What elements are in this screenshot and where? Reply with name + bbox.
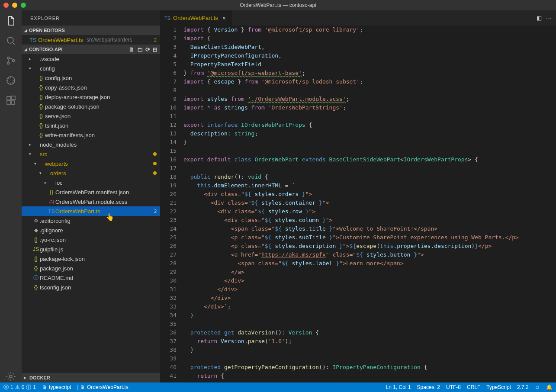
modified-dot-icon bbox=[153, 162, 157, 165]
problems-group[interactable]: ⓧ1 ⚠0 ⓘ1 bbox=[3, 384, 36, 391]
minimize-window-icon[interactable] bbox=[12, 3, 17, 8]
bell-icon[interactable]: 🔔 bbox=[546, 384, 553, 390]
maximize-window-icon[interactable] bbox=[21, 3, 26, 8]
feedback-icon[interactable]: ☺ bbox=[535, 384, 540, 390]
new-folder-icon[interactable]: 🗀 bbox=[137, 46, 143, 53]
folder-webparts[interactable]: ▾webparts bbox=[22, 159, 160, 168]
tree-label: package-lock.json bbox=[40, 256, 157, 262]
warning-icon: ⚠ bbox=[15, 384, 20, 390]
open-editors-section[interactable]: ◢OPEN EDITORS bbox=[22, 26, 160, 35]
svg-rect-5 bbox=[7, 96, 10, 100]
tree-label: src bbox=[40, 151, 153, 157]
json-icon: {} bbox=[32, 265, 40, 271]
info-icon: ⓘ bbox=[26, 384, 31, 391]
tab-name: OrdersWebPart.ts bbox=[173, 15, 218, 21]
code-area[interactable]: 1234567891011121314151617181920212223242… bbox=[160, 26, 556, 382]
more-icon[interactable]: ⋯ bbox=[546, 15, 552, 21]
encoding-status[interactable]: UTF-8 bbox=[446, 384, 461, 390]
tree-label: loc bbox=[55, 180, 157, 186]
scm-icon[interactable] bbox=[5, 55, 17, 67]
refresh-icon[interactable]: ⟳ bbox=[145, 46, 150, 53]
indent-status[interactable]: Spaces: 2 bbox=[417, 384, 440, 390]
file-copy-assets.json[interactable]: {}copy-assets.json bbox=[22, 83, 160, 92]
folder-orders[interactable]: ▾orders bbox=[22, 168, 160, 178]
tree-label: .editorconfig bbox=[40, 218, 157, 224]
tree-label: gulpfile.js bbox=[40, 246, 157, 253]
file-OrdersWebPart.ts[interactable]: TSOrdersWebPart.ts2 bbox=[22, 206, 160, 216]
file-tslint.json[interactable]: {}tslint.json bbox=[22, 121, 160, 130]
file-OrdersWebPart.manifest.json[interactable]: {}OrdersWebPart.manifest.json bbox=[22, 187, 160, 197]
explorer-icon[interactable] bbox=[0, 15, 19, 27]
language-mode-item[interactable]: 🗎 typescript bbox=[42, 384, 71, 390]
folder-node_modules[interactable]: ▸node_modules bbox=[22, 140, 160, 149]
activity-bar bbox=[0, 10, 22, 382]
file-deploy-azure-storage.json[interactable]: {}deploy-azure-storage.json bbox=[22, 92, 160, 102]
tree-label: config bbox=[40, 65, 157, 72]
tree-label: .vscode bbox=[40, 56, 157, 62]
tree-label: tslint.json bbox=[45, 122, 157, 129]
folder-src[interactable]: ▾src bbox=[22, 149, 160, 159]
folder-config[interactable]: ▾config bbox=[22, 64, 160, 73]
status-bar: ⓧ1 ⚠0 ⓘ1 🗎 typescript | 🗎 OrdersWebPart.… bbox=[0, 382, 556, 392]
code-content[interactable]: import { Version } from '@microsoft/sp-c… bbox=[183, 26, 556, 382]
json-icon: {} bbox=[37, 94, 45, 100]
file-README.md[interactable]: ⓘREADME.md bbox=[22, 273, 160, 283]
md-icon: ⓘ bbox=[32, 274, 40, 282]
json-icon: {} bbox=[32, 256, 40, 262]
json-icon: {} bbox=[37, 122, 45, 129]
file-serve.json[interactable]: {}serve.json bbox=[22, 111, 160, 121]
docker-section[interactable]: ▸ DOCKER bbox=[22, 373, 160, 382]
extensions-icon[interactable] bbox=[5, 94, 17, 106]
section-actions: 🗎 🗀 ⟳ ⊟ bbox=[129, 46, 157, 53]
tree-label: deploy-azure-storage.json bbox=[45, 94, 157, 100]
file-tsconfig.json[interactable]: {}tsconfig.json bbox=[22, 283, 160, 292]
json-icon: {} bbox=[37, 103, 45, 109]
search-icon[interactable] bbox=[5, 35, 17, 47]
tree-label: OrdersWebPart.ts bbox=[55, 208, 154, 215]
folder-loc[interactable]: ▸loc bbox=[22, 178, 160, 187]
file-.editorconfig[interactable]: ⚙.editorconfig bbox=[22, 216, 160, 225]
file-package-solution.json[interactable]: {}package-solution.json bbox=[22, 102, 160, 111]
close-icon[interactable]: × bbox=[221, 15, 228, 22]
split-editor-icon[interactable]: ◧ bbox=[537, 15, 542, 21]
tree-label: OrdersWebPart.module.scss bbox=[55, 199, 157, 205]
collapse-icon[interactable]: ⊟ bbox=[153, 46, 157, 53]
chevron-icon: ▾ bbox=[28, 152, 32, 156]
file-.yo-rc.json[interactable]: {}.yo-rc.json bbox=[22, 235, 160, 244]
open-file-path: src/webparts/orders bbox=[87, 37, 132, 43]
editor: TS OrdersWebPart.ts × ◧ ⋯ 12345678910111… bbox=[160, 10, 556, 382]
svg-rect-7 bbox=[11, 101, 15, 104]
new-file-icon[interactable]: 🗎 bbox=[129, 46, 135, 53]
ts-icon: TS bbox=[48, 208, 55, 214]
cursor-position[interactable]: Ln 1, Col 1 bbox=[386, 384, 411, 390]
project-section[interactable]: ◢CONTOSO-API 🗎 🗀 ⟳ ⊟ bbox=[22, 45, 160, 54]
error-icon: ⓧ bbox=[3, 384, 9, 391]
file-write-manifests.json[interactable]: {}write-manifests.json bbox=[22, 130, 160, 140]
svg-point-0 bbox=[7, 37, 13, 43]
js-icon: JS bbox=[32, 246, 40, 252]
status-file[interactable]: | 🗎 OrdersWebPart.ts bbox=[77, 384, 128, 390]
settings-gear-icon[interactable] bbox=[5, 370, 17, 382]
file-.gitignore[interactable]: ◆.gitignore bbox=[22, 225, 160, 235]
open-editor-item[interactable]: TS OrdersWebPart.ts src/webparts/orders … bbox=[22, 35, 160, 45]
eol-status[interactable]: CRLF bbox=[467, 384, 480, 390]
file-package.json[interactable]: {}package.json bbox=[22, 263, 160, 273]
titlebar: OrdersWebPart.ts — contoso-api bbox=[0, 0, 556, 10]
close-window-icon[interactable] bbox=[3, 3, 9, 8]
language-status[interactable]: TypeScript bbox=[486, 384, 511, 390]
file-package-lock.json[interactable]: {}package-lock.json bbox=[22, 254, 160, 263]
file-OrdersWebPart.module.scss[interactable]: அOrdersWebPart.module.scss bbox=[22, 197, 160, 206]
tab-orderswebpart[interactable]: TS OrdersWebPart.ts × bbox=[160, 10, 232, 26]
tree-label: node_modules bbox=[40, 141, 157, 148]
ts-icon: TS bbox=[164, 16, 170, 21]
file-config.json[interactable]: {}config.json bbox=[22, 73, 160, 83]
file-gulpfile.js[interactable]: JSgulpfile.js bbox=[22, 244, 160, 254]
debug-icon[interactable] bbox=[5, 74, 17, 87]
window-controls bbox=[3, 3, 26, 8]
chevron-down-icon: ◢ bbox=[24, 47, 27, 51]
folder-.vscode[interactable]: ▸.vscode bbox=[22, 54, 160, 64]
version-status[interactable]: 2.7.2 bbox=[517, 384, 529, 390]
line-gutter: 1234567891011121314151617181920212223242… bbox=[160, 26, 183, 382]
tree-label: OrdersWebPart.manifest.json bbox=[55, 189, 157, 196]
modified-dot-icon bbox=[153, 171, 157, 175]
